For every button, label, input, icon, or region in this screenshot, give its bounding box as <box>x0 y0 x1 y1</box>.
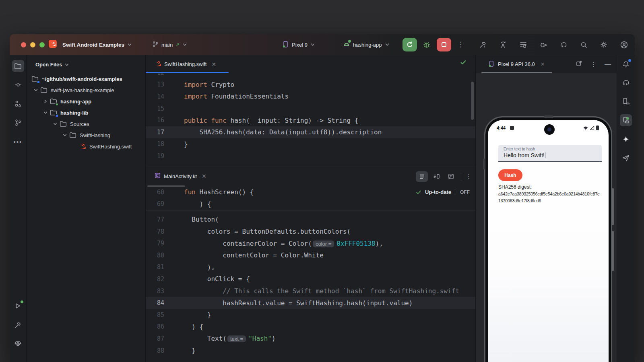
window-controls <box>21 42 45 47</box>
debug-button[interactable] <box>422 40 431 49</box>
tab-pixel-9-api-36[interactable]: Pixel 9 API 36.0 ✕ <box>476 55 545 73</box>
run-tool-icon[interactable] <box>12 300 24 312</box>
device-selector[interactable]: Pixel 9 <box>282 34 315 55</box>
list-rollback-icon[interactable] <box>519 40 528 49</box>
chevron-down-icon[interactable] <box>51 121 60 126</box>
close-tab-icon[interactable]: ✕ <box>202 173 206 179</box>
running-devices-icon[interactable] <box>620 114 632 126</box>
build-tool-icon[interactable] <box>12 319 24 331</box>
code-line[interactable]: 84 hashResult.value = SwiftHashing.hash(… <box>146 297 475 309</box>
chevron-right-icon[interactable] <box>41 99 50 104</box>
airplane-icon[interactable] <box>620 152 632 164</box>
code-line[interactable]: 81 ), <box>146 261 475 274</box>
stop-button[interactable] <box>437 38 451 51</box>
tree-item-label: SwiftHashing <box>80 132 110 138</box>
gradle-elephant-icon[interactable] <box>620 76 632 88</box>
project-selector[interactable]: Swift Android Examples <box>62 34 132 55</box>
hash-button[interactable]: Hash <box>498 169 522 181</box>
design-view-icon[interactable] <box>445 171 457 182</box>
code-line[interactable]: 12 <box>146 73 475 79</box>
hammer-run-icon[interactable] <box>479 40 487 49</box>
code-line[interactable]: 14import FoundationEssentials <box>146 90 475 103</box>
gem-tool-icon[interactable] <box>12 337 24 350</box>
tree-item[interactable]: SwiftHashing.swift <box>27 141 145 152</box>
code-line[interactable]: 17 SHA256.hash(data: Data(input.utf8)).d… <box>146 126 475 138</box>
chevron-down-icon[interactable] <box>31 88 40 93</box>
more-options-icon[interactable]: ⋮ <box>465 173 471 180</box>
code-line[interactable]: 82 onClick = { <box>146 273 475 285</box>
close-tab-icon[interactable]: ✕ <box>541 61 545 67</box>
rerun-button[interactable] <box>402 38 417 51</box>
branch-widget[interactable]: main ↗ <box>152 34 187 55</box>
code-line[interactable]: 88 } <box>146 345 475 357</box>
tree-item[interactable]: ~/github/swift-android-examples <box>27 73 145 84</box>
tree-item[interactable]: hashing-lib <box>27 107 145 118</box>
notifications-bell-icon[interactable] <box>620 58 632 70</box>
phone-screen[interactable]: 4:44 Enter text to hash <box>488 120 609 362</box>
code-line[interactable]: 86 ) { <box>146 321 475 333</box>
tree-item[interactable]: hashing-app <box>27 96 145 107</box>
run-badge <box>55 103 59 106</box>
line-number: 19 <box>146 152 164 160</box>
git-branch-icon <box>152 41 159 49</box>
code-line[interactable]: 87 Text(text ="Hash") <box>146 333 475 345</box>
tree-item[interactable]: swift-java-hashing-example <box>27 84 145 96</box>
left-activity-bar: ••• <box>10 55 27 362</box>
mode-off-label[interactable]: OFF <box>455 189 470 195</box>
code-line[interactable]: 19 <box>146 150 475 162</box>
elephant-sync-icon[interactable] <box>559 40 568 49</box>
chevron-down-icon[interactable] <box>41 110 50 115</box>
titlebar: Swift Android Examples main ↗ Pixel 9 ha… <box>10 34 635 55</box>
code-area-kotlin[interactable]: 60fun HashScreen() {Up-to-dateOFF69 ) {7… <box>146 185 475 362</box>
search-icon[interactable] <box>579 40 588 49</box>
code-line[interactable]: 77 Button( <box>146 214 475 226</box>
gemini-sparkle-icon[interactable] <box>620 133 632 145</box>
tree-item[interactable]: Sources <box>27 118 145 130</box>
minimize-panel-icon[interactable]: — <box>605 61 611 68</box>
tab-mainactivity-kt[interactable]: MainActivity.kt ✕ <box>146 167 212 185</box>
scrollbar-vertical-thumb[interactable] <box>471 82 474 120</box>
more-tools-icon[interactable]: ••• <box>12 136 24 148</box>
chevron-down-icon[interactable] <box>60 133 69 138</box>
minimize-window-button[interactable] <box>30 42 35 47</box>
open-in-window-icon[interactable] <box>576 60 582 68</box>
run-configuration-selector[interactable]: hashing-app <box>343 34 390 55</box>
code-line[interactable]: 79 containerColor = Color(color =0xFFF05… <box>146 237 475 249</box>
zoom-window-button[interactable] <box>39 42 45 47</box>
code-line[interactable]: 78 colors = ButtonDefaults.buttonColors( <box>146 226 475 238</box>
live-edit-status[interactable]: Up-to-dateOFF <box>416 186 470 198</box>
code-line[interactable]: 80 contentColor = Color.White <box>146 249 475 261</box>
close-window-button[interactable] <box>21 42 26 47</box>
running-devices-panel: Pixel 9 API 36.0 ✕ ⋮ — <box>476 55 617 362</box>
letter-a-refresh-icon[interactable] <box>499 40 508 49</box>
close-tab-icon[interactable]: ✕ <box>211 61 216 68</box>
project-tool-icon[interactable] <box>12 60 24 72</box>
code-line[interactable]: 18} <box>146 138 475 150</box>
code-line[interactable]: 83 // This calls the Swift method `hash`… <box>146 285 475 297</box>
settings-gear-icon[interactable] <box>599 40 608 49</box>
more-options-icon[interactable]: ⋮ <box>590 61 597 68</box>
device-manager-icon[interactable] <box>620 95 632 107</box>
project-panel: Open Files ~/github/swift-android-exampl… <box>27 55 146 362</box>
hash-input-field[interactable]: Enter text to hash Hello from Swift! <box>498 145 602 162</box>
code-line[interactable]: 60fun HashScreen() {Up-to-dateOFF <box>146 186 475 198</box>
code-line[interactable]: 85 } <box>146 309 475 321</box>
commit-tool-icon[interactable] <box>12 79 24 91</box>
code-area-swift[interactable]: 1213import Crypto14import FoundationEsse… <box>146 73 475 167</box>
vcs-graph-tool-icon[interactable] <box>12 117 24 129</box>
structure-tool-icon[interactable] <box>12 98 24 110</box>
line-number: 77 <box>146 216 164 223</box>
more-run-actions-button[interactable]: ⋮ <box>457 40 464 49</box>
code-line[interactable]: 13import Crypto <box>146 79 475 91</box>
code-line[interactable]: 16public func hash(_ input: String) -> S… <box>146 114 475 126</box>
split-view-icon[interactable] <box>430 171 442 182</box>
code-view-icon[interactable] <box>416 171 428 182</box>
code-line[interactable]: 69 ) { <box>146 198 475 210</box>
project-view-selector[interactable]: Open Files <box>27 55 145 72</box>
account-icon[interactable] <box>619 40 628 49</box>
tab-swifthashing-swift[interactable]: SwiftHashing.swift ✕ <box>146 55 222 73</box>
code-line[interactable]: 15 <box>146 103 475 115</box>
inspections-check-icon[interactable] <box>460 59 466 67</box>
bug-arrow-icon[interactable] <box>539 40 548 49</box>
tree-item[interactable]: SwiftHashing <box>27 130 145 141</box>
